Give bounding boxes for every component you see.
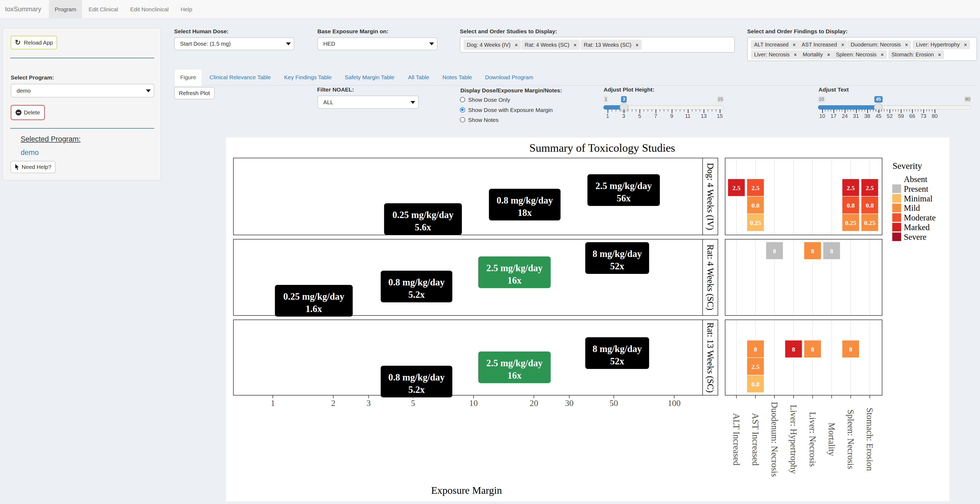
- svg-text:8: 8: [773, 247, 776, 255]
- svg-text:Exposure Margin: Exposure Margin: [431, 485, 502, 496]
- svg-text:Minimal: Minimal: [904, 194, 932, 203]
- svg-text:0.25 mg/kg/day: 0.25 mg/kg/day: [283, 291, 344, 302]
- svg-text:8: 8: [811, 247, 814, 255]
- svg-text:10: 10: [469, 398, 478, 408]
- svg-text:AST Increased: AST Increased: [751, 413, 760, 466]
- svg-text:2.5 mg/kg/day: 2.5 mg/kg/day: [486, 263, 543, 273]
- svg-text:Duodenum: Necrosis: Duodenum: Necrosis: [770, 402, 780, 477]
- svg-text:8: 8: [849, 346, 852, 353]
- svg-text:0.8: 0.8: [751, 381, 759, 388]
- svg-text:Severity: Severity: [892, 161, 922, 171]
- svg-text:16x: 16x: [507, 370, 522, 381]
- svg-text:8: 8: [811, 346, 814, 353]
- svg-text:0.8: 0.8: [866, 202, 874, 209]
- svg-text:Rat: 13 Weeks (SC): Rat: 13 Weeks (SC): [705, 322, 715, 393]
- svg-text:2.5 mg/kg/day: 2.5 mg/kg/day: [595, 181, 652, 191]
- svg-text:0.8: 0.8: [847, 202, 855, 209]
- svg-text:5.2x: 5.2x: [408, 289, 425, 300]
- svg-text:Severe: Severe: [904, 232, 926, 242]
- svg-text:5.6x: 5.6x: [415, 222, 431, 233]
- svg-text:0.25 mg/kg/day: 0.25 mg/kg/day: [393, 210, 453, 220]
- svg-text:Mortality: Mortality: [827, 423, 837, 456]
- svg-text:3: 3: [366, 398, 371, 408]
- svg-text:2.5 mg/kg/day: 2.5 mg/kg/day: [486, 358, 543, 368]
- svg-text:Liver: Hypertrophy: Liver: Hypertrophy: [789, 405, 799, 474]
- svg-text:18x: 18x: [518, 207, 532, 218]
- svg-text:2.5: 2.5: [847, 185, 855, 191]
- svg-text:8: 8: [830, 247, 833, 255]
- svg-text:Liver: Necrosis: Liver: Necrosis: [808, 412, 818, 467]
- svg-text:0.8 mg/kg/day: 0.8 mg/kg/day: [388, 277, 445, 287]
- svg-text:1: 1: [271, 398, 275, 408]
- svg-text:52x: 52x: [610, 261, 624, 271]
- svg-text:0.8: 0.8: [751, 202, 759, 209]
- svg-text:56x: 56x: [616, 193, 631, 204]
- svg-text:Rat: 4 Weeks (SC): Rat: 4 Weeks (SC): [705, 244, 715, 310]
- svg-text:20: 20: [530, 398, 538, 408]
- svg-text:Marked: Marked: [904, 223, 930, 232]
- svg-text:2.5: 2.5: [732, 185, 740, 191]
- svg-text:0.25: 0.25: [750, 219, 761, 226]
- svg-text:Stomach: Erosion: Stomach: Erosion: [865, 408, 875, 471]
- svg-text:1.6x: 1.6x: [305, 304, 322, 314]
- svg-text:Present: Present: [904, 184, 929, 194]
- svg-text:Dog: 4 Weeks (IV): Dog: 4 Weeks (IV): [705, 163, 715, 230]
- svg-text:Mild: Mild: [904, 203, 920, 213]
- svg-text:16x: 16x: [507, 275, 522, 286]
- svg-text:ALT Increased: ALT Increased: [732, 413, 741, 466]
- svg-text:50: 50: [609, 398, 618, 408]
- svg-text:Spleen: Necrosis: Spleen: Necrosis: [846, 410, 856, 469]
- svg-text:8 mg/kg/day: 8 mg/kg/day: [593, 249, 642, 259]
- svg-text:8: 8: [792, 346, 795, 353]
- svg-text:Absent: Absent: [904, 174, 928, 184]
- svg-text:100: 100: [668, 398, 681, 408]
- svg-text:0.25: 0.25: [864, 219, 875, 226]
- svg-text:Moderate: Moderate: [904, 213, 936, 222]
- svg-text:0.25: 0.25: [845, 219, 856, 226]
- svg-text:5: 5: [411, 398, 415, 408]
- svg-text:2.5: 2.5: [866, 185, 874, 191]
- svg-text:8: 8: [754, 346, 757, 353]
- svg-text:5.2x: 5.2x: [408, 384, 425, 395]
- svg-text:2: 2: [331, 398, 335, 408]
- svg-text:0.8 mg/kg/day: 0.8 mg/kg/day: [496, 195, 553, 206]
- svg-text:8 mg/kg/day: 8 mg/kg/day: [593, 344, 642, 354]
- svg-text:2.5: 2.5: [751, 363, 759, 370]
- svg-text:0.8 mg/kg/day: 0.8 mg/kg/day: [388, 372, 445, 383]
- svg-text:2.5: 2.5: [751, 185, 759, 191]
- svg-text:30: 30: [565, 398, 574, 408]
- svg-text:Summary of Toxicology Studies: Summary of Toxicology Studies: [529, 142, 675, 154]
- svg-text:52x: 52x: [610, 356, 624, 367]
